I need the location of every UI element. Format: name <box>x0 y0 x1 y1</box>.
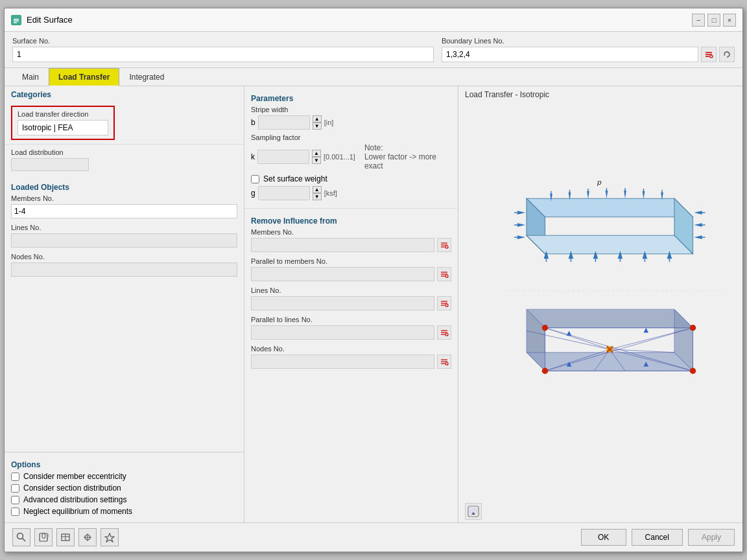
remove-influence-header: Remove Influence from <box>251 213 451 228</box>
view-icon-btn[interactable] <box>78 528 97 546</box>
remove-parallel-lines-input[interactable] <box>251 325 434 340</box>
edit-surface-dialog: Edit Surface − □ × Surface No. Boundary … <box>4 8 743 552</box>
surface-weight-spinner: ▲ ▼ <box>313 186 322 200</box>
remove-parallel-members-input[interactable] <box>251 267 434 281</box>
dialog-content: Surface No. Boundary Lines No. Main <box>5 32 742 522</box>
boundary-no-input[interactable] <box>442 47 698 62</box>
remove-nodes-input[interactable] <box>251 355 434 369</box>
sampling-factor-down[interactable]: ▼ <box>312 157 321 164</box>
apply-button[interactable]: Apply <box>688 529 735 546</box>
eccentricity-label: Consider member eccentricity <box>23 472 126 481</box>
right-panel: Load Transfer - Isotropic p <box>458 86 742 522</box>
tab-load-transfer[interactable]: Load Transfer <box>49 68 119 86</box>
neglect-eq-label: Neglect equilibrium of moments <box>23 507 132 516</box>
checkbox-eccentricity: Consider member eccentricity <box>11 472 237 481</box>
stripe-width-symbol: b <box>251 118 255 127</box>
members-no-input[interactable] <box>11 204 237 218</box>
svg-point-7 <box>710 55 713 58</box>
remove-nodes-icon[interactable] <box>437 355 451 369</box>
lines-no-input[interactable] <box>11 233 237 248</box>
surface-weight-input[interactable] <box>258 186 310 200</box>
calculator-icon-btn[interactable]: 0.00 <box>34 528 53 546</box>
lines-no-field: Lines No. <box>11 224 237 248</box>
surface-weight-row: g ▲ ▼ [ksf] <box>251 186 451 200</box>
remove-parallel-lines-icon[interactable] <box>437 325 451 340</box>
load-transfer-direction-select[interactable]: Isotropic | FEA X-Direction Y-Direction … <box>18 120 108 135</box>
remove-nodes-input-row <box>251 355 451 369</box>
eccentricity-checkbox[interactable] <box>11 472 19 481</box>
section-dist-checkbox[interactable] <box>11 484 19 493</box>
boundary-refresh-icon[interactable] <box>719 47 735 62</box>
remove-members-input-row <box>251 238 451 252</box>
parameters-section: Parameters Stripe width b ▲ ▼ [in] Sampl… <box>244 86 458 209</box>
tab-main[interactable]: Main <box>12 68 49 86</box>
remove-lines-label: Lines No. <box>251 286 451 294</box>
svg-line-94 <box>23 539 26 542</box>
remove-parallel-lines-label: Parallel to lines No. <box>251 316 451 323</box>
surface-weight-up[interactable]: ▲ <box>313 186 322 193</box>
sampling-factor-symbol: k <box>251 152 255 161</box>
svg-text:0.00: 0.00 <box>42 532 49 541</box>
note-line2: Lower factor -> more exact <box>364 152 451 170</box>
surface-weight-down[interactable]: ▼ <box>313 193 322 200</box>
loaded-objects-section: Loaded Objects Members No. Lines No. Nod… <box>5 175 244 452</box>
minimize-button[interactable]: − <box>692 14 705 27</box>
title-bar: Edit Surface − □ × <box>5 8 742 32</box>
stripe-width-input[interactable] <box>258 115 310 130</box>
svg-marker-52 <box>694 235 702 239</box>
svg-marker-36 <box>624 190 626 198</box>
load-distribution-input[interactable] <box>11 158 89 171</box>
advanced-dist-label: Advanced distribution settings <box>23 495 126 504</box>
svg-marker-46 <box>517 235 525 239</box>
nodes-no-field: Nodes No. <box>11 253 237 277</box>
viz-export-icon[interactable] <box>465 503 482 520</box>
svg-rect-1 <box>14 19 19 20</box>
search-icon-btn[interactable] <box>12 528 30 546</box>
corner-dot-bl <box>542 368 549 374</box>
title-bar-left: Edit Surface <box>11 15 73 25</box>
ok-button[interactable]: OK <box>581 529 626 546</box>
remove-parallel-members-row: Parallel to members No. <box>251 257 451 281</box>
options-section: Options Consider member eccentricity Con… <box>5 452 244 522</box>
categories-header: Categories <box>5 86 244 102</box>
corner-dot-tr <box>690 325 696 331</box>
members-no-field: Members No. <box>11 194 237 218</box>
sampling-factor-up[interactable]: ▲ <box>312 150 321 157</box>
options-header: Options <box>11 456 237 472</box>
remove-nodes-label: Nodes No. <box>251 345 451 353</box>
remove-members-input[interactable] <box>251 238 434 252</box>
sampling-factor-range: [0.001...1] <box>324 153 355 161</box>
boundary-select-icon[interactable] <box>701 47 717 62</box>
remove-parallel-members-icon[interactable] <box>437 267 451 281</box>
maximize-button[interactable]: □ <box>707 14 720 27</box>
remove-parallel-members-input-row <box>251 267 451 281</box>
boundary-no-field: Boundary Lines No. <box>442 37 735 62</box>
svg-marker-85 <box>644 327 649 332</box>
set-surface-weight-checkbox[interactable] <box>251 175 259 183</box>
svg-point-27 <box>445 362 448 365</box>
tab-integrated[interactable]: Integrated <box>119 68 174 86</box>
neglect-eq-checkbox[interactable] <box>11 508 19 516</box>
stripe-width-spinner: ▲ ▼ <box>313 115 322 130</box>
stripe-width-down[interactable]: ▼ <box>313 122 322 130</box>
checkbox-section-dist: Consider section distribution <box>11 484 237 493</box>
main-area: Categories Load transfer direction Isotr… <box>5 86 742 522</box>
remove-lines-icon[interactable] <box>437 296 451 310</box>
nodes-no-label: Nodes No. <box>11 253 237 261</box>
remove-members-icon[interactable] <box>437 238 451 252</box>
svg-marker-32 <box>587 191 589 198</box>
advanced-dist-checkbox[interactable] <box>11 496 19 504</box>
table-icon-btn[interactable] <box>56 528 75 546</box>
pin-icon-btn[interactable] <box>101 528 119 546</box>
close-button[interactable]: × <box>723 14 736 27</box>
remove-lines-input[interactable] <box>251 296 434 310</box>
remove-parallel-members-label: Parallel to members No. <box>251 257 451 265</box>
stripe-width-up[interactable]: ▲ <box>313 115 322 122</box>
cancel-button[interactable]: Cancel <box>632 529 683 546</box>
members-no-label: Members No. <box>11 194 237 202</box>
surface-no-input[interactable] <box>12 47 434 62</box>
bottom-face <box>527 235 693 254</box>
sampling-factor-input[interactable] <box>257 150 309 164</box>
bottom-bar: 0.00 OK Cancel Apply <box>5 522 742 552</box>
nodes-no-input[interactable] <box>11 262 237 277</box>
